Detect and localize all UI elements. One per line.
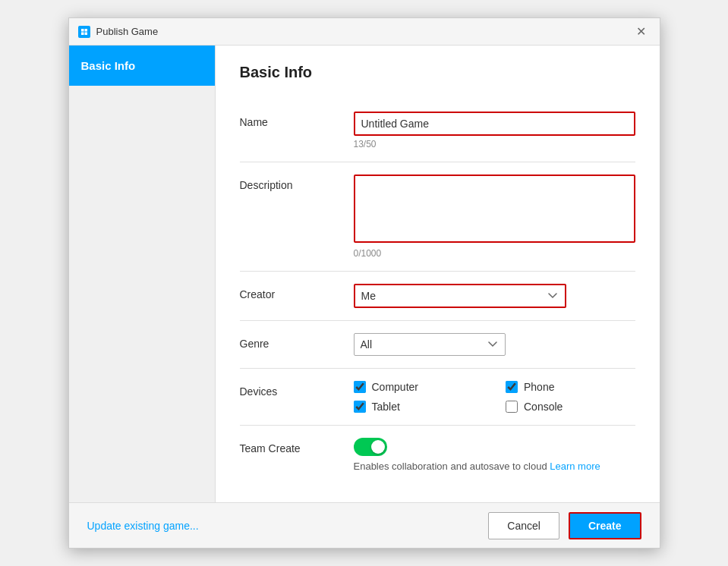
devices-grid: Computer Phone Tablet Console bbox=[354, 381, 635, 413]
svg-rect-1 bbox=[84, 29, 87, 32]
title-bar-title: Publish Game bbox=[96, 26, 159, 37]
app-icon bbox=[78, 26, 90, 38]
device-computer-label[interactable]: Computer bbox=[354, 381, 484, 393]
description-char-count: 0/1000 bbox=[354, 248, 635, 259]
sidebar: Basic Info bbox=[69, 46, 216, 502]
description-input[interactable] bbox=[354, 175, 635, 243]
devices-field-container: Computer Phone Tablet Console bbox=[354, 381, 635, 413]
close-button[interactable]: ✕ bbox=[632, 23, 651, 41]
device-phone-label[interactable]: Phone bbox=[506, 381, 635, 393]
team-create-description: Enables collaboration and autosave to cl… bbox=[354, 461, 600, 472]
title-bar: Publish Game ✕ bbox=[69, 18, 660, 46]
device-tablet-checkbox[interactable] bbox=[354, 401, 366, 413]
device-console-checkbox[interactable] bbox=[506, 401, 518, 413]
creator-field-container: Me Group bbox=[354, 284, 635, 308]
device-console-text: Console bbox=[524, 401, 563, 413]
device-tablet-text: Tablet bbox=[372, 401, 400, 413]
name-char-count: 13/50 bbox=[354, 139, 635, 149]
toggle-container: Enables collaboration and autosave to cl… bbox=[354, 438, 635, 472]
svg-rect-2 bbox=[81, 32, 84, 35]
device-computer-text: Computer bbox=[372, 381, 418, 393]
dialog-body: Basic Info Basic Info Name 13/50 Descrip… bbox=[69, 46, 660, 502]
devices-label: Devices bbox=[240, 381, 354, 398]
svg-rect-0 bbox=[81, 29, 84, 32]
svg-rect-3 bbox=[84, 32, 87, 35]
name-label: Name bbox=[240, 112, 354, 128]
title-bar-left: Publish Game bbox=[78, 26, 159, 38]
learn-more-link[interactable]: Learn more bbox=[550, 461, 600, 472]
device-phone-text: Phone bbox=[524, 381, 554, 393]
genre-row: Genre All Adventure RPG Shooter Sports bbox=[240, 321, 635, 369]
device-phone-checkbox[interactable] bbox=[506, 381, 518, 393]
sidebar-item-basic-info[interactable]: Basic Info bbox=[69, 46, 215, 86]
team-create-row: Team Create Enables collaboration and au… bbox=[240, 426, 635, 484]
creator-select[interactable]: Me Group bbox=[354, 284, 566, 308]
description-label: Description bbox=[240, 175, 354, 191]
create-button[interactable]: Create bbox=[569, 512, 641, 539]
main-content: Basic Info Name 13/50 Description 0/1000 bbox=[216, 46, 660, 502]
dialog-footer: Update existing game... Cancel Create bbox=[69, 502, 660, 548]
team-create-field-container: Enables collaboration and autosave to cl… bbox=[354, 438, 635, 472]
creator-label: Creator bbox=[240, 284, 354, 300]
device-tablet-label[interactable]: Tablet bbox=[354, 401, 484, 413]
genre-select[interactable]: All Adventure RPG Shooter Sports bbox=[354, 333, 506, 356]
device-computer-checkbox[interactable] bbox=[354, 381, 366, 393]
description-field-container: 0/1000 bbox=[354, 175, 635, 259]
name-field-container: 13/50 bbox=[354, 112, 635, 149]
name-input[interactable] bbox=[354, 112, 635, 136]
genre-label: Genre bbox=[240, 333, 354, 350]
genre-field-container: All Adventure RPG Shooter Sports bbox=[354, 333, 635, 356]
name-row: Name 13/50 bbox=[240, 99, 635, 162]
description-row: Description 0/1000 bbox=[240, 162, 635, 272]
cancel-button[interactable]: Cancel bbox=[488, 512, 559, 539]
publish-game-dialog: Publish Game ✕ Basic Info Basic Info Nam… bbox=[68, 17, 660, 549]
team-create-toggle-label[interactable] bbox=[354, 438, 387, 456]
team-create-label: Team Create bbox=[240, 438, 354, 454]
devices-row: Devices Computer Phone Table bbox=[240, 369, 635, 426]
footer-buttons: Cancel Create bbox=[488, 512, 641, 539]
section-title: Basic Info bbox=[240, 64, 635, 81]
toggle-slider bbox=[354, 438, 387, 456]
device-console-label[interactable]: Console bbox=[506, 401, 635, 413]
update-existing-link[interactable]: Update existing game... bbox=[87, 520, 199, 532]
creator-row: Creator Me Group bbox=[240, 272, 635, 321]
